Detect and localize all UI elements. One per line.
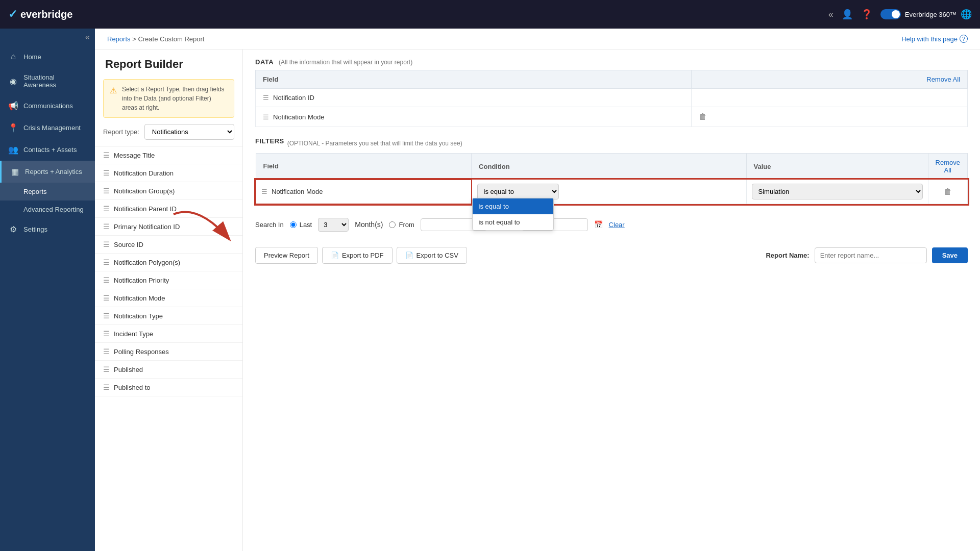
sidebar-item-reports-analytics[interactable]: ▦ Reports + Analytics [0, 161, 95, 183]
page-body: Report Builder ⚠ Select a Report Type, t… [95, 49, 980, 551]
field-label: Published to [114, 384, 151, 391]
table-row: ☰ Notification ID [256, 89, 968, 107]
sidebar-item-contacts-assets[interactable]: 👥 Contacts + Assets [0, 139, 95, 161]
field-label: Notification Mode [114, 294, 165, 302]
sidebar-item-situational-awareness[interactable]: ◉ Situational Awareness [0, 67, 95, 95]
last-radio-input[interactable] [290, 221, 297, 228]
back-arrows-icon[interactable]: « [828, 9, 834, 20]
field-item-source-id[interactable]: ☰ Source ID [95, 236, 242, 254]
sidebar-item-label-settings: Settings [23, 226, 47, 233]
data-remove-all-button[interactable]: Remove All [926, 76, 960, 83]
sidebar-item-label-communications: Communications [23, 102, 73, 110]
drag-handle-icon: ☰ [103, 205, 110, 213]
sidebar-item-label-home: Home [23, 53, 41, 61]
fields-list: ☰ Message Title ☰ Notification Duration … [95, 146, 242, 551]
filters-section-title: FILTERS [255, 137, 284, 145]
drag-handle-icon: ☰ [103, 312, 110, 320]
field-item-notification-parent-id[interactable]: ☰ Notification Parent ID [95, 200, 242, 218]
export-to-csv-button[interactable]: 📄 Export to CSV [397, 247, 467, 264]
value-select[interactable]: Simulation Live Test [752, 184, 923, 199]
field-item-notification-priority[interactable]: ☰ Notification Priority [95, 271, 242, 289]
report-name-input[interactable] [815, 247, 927, 263]
help-circle-icon[interactable]: ❓ [861, 9, 872, 20]
clear-link[interactable]: Clear [609, 221, 625, 229]
filters-table: Field Condition Value Remove All [255, 153, 968, 205]
drag-handle-icon: ☰ [103, 383, 110, 391]
drag-handle-icon: ☰ [263, 94, 269, 102]
drag-handle-icon: ☰ [103, 365, 110, 373]
field-item-primary-notification-id[interactable]: ☰ Primary Notification ID [95, 218, 242, 236]
data-section-title: DATA [255, 58, 274, 66]
drag-handle-icon: ☰ [103, 187, 110, 195]
sidebar-item-settings[interactable]: ⚙ Settings [0, 218, 95, 240]
crisis-management-icon: 📍 [8, 123, 18, 133]
field-label: Notification Priority [114, 277, 169, 284]
communications-icon: 📢 [8, 101, 18, 111]
from-radio-label: From [399, 221, 414, 229]
sidebar-subitem-advanced-reporting[interactable]: Advanced Reporting [0, 201, 95, 218]
sidebar-item-home[interactable]: ⌂ Home [0, 46, 95, 67]
everbridge-360-toggle[interactable] [880, 9, 901, 19]
field-label: Notification Duration [114, 169, 174, 177]
search-in-last-radio[interactable]: Last [290, 221, 312, 229]
top-bar: ✓ everbridge « 👤 ❓ Everbridge 360™ 🌐 [0, 0, 980, 29]
last-radio-label: Last [300, 221, 312, 229]
filter-field-notification-mode: Notification Mode [272, 188, 323, 195]
export-csv-label: Export to CSV [416, 252, 458, 259]
sidebar-item-crisis-management[interactable]: 📍 Crisis Management [0, 117, 95, 139]
sidebar-collapse-button[interactable]: « [0, 29, 95, 46]
drag-handle-icon: ☰ [103, 276, 110, 284]
field-item-published[interactable]: ☰ Published [95, 361, 242, 379]
report-name-label: Report Name: [766, 252, 809, 259]
filter-field-header: Field [256, 154, 472, 180]
drag-handle-icon: ☰ [263, 113, 269, 121]
last-number-select[interactable]: 3 1 6 12 [318, 218, 349, 232]
logo-icon: ✓ [8, 8, 17, 21]
export-to-pdf-button[interactable]: 📄 Export to PDF [322, 247, 393, 264]
report-type-select[interactable]: Notifications Incidents Contacts [144, 124, 234, 140]
condition-select[interactable]: is equal to is not equal to [477, 184, 559, 199]
sidebar: « ⌂ Home ◉ Situational Awareness 📢 Commu… [0, 29, 95, 551]
page-title: Report Builder [95, 49, 242, 79]
dropdown-item-is-not-equal-to[interactable]: is not equal to [473, 214, 553, 230]
data-field-notification-id: Notification ID [273, 94, 314, 102]
filter-value-header: Value [746, 154, 928, 180]
sidebar-subitem-reports[interactable]: Reports [0, 183, 95, 201]
save-button[interactable]: Save [932, 247, 968, 263]
filters-remove-all-button[interactable]: Remove All [936, 159, 960, 174]
top-bar-left: ✓ everbridge [8, 8, 72, 21]
field-item-published-to[interactable]: ☰ Published to [95, 379, 242, 396]
condition-dropdown: is equal to is not equal to [472, 198, 554, 231]
sidebar-item-communications[interactable]: 📢 Communications [0, 95, 95, 117]
field-item-incident-type[interactable]: ☰ Incident Type [95, 325, 242, 343]
search-in-label: Search In [255, 221, 284, 229]
search-in-row: Search In Last 3 1 6 12 Month [255, 213, 968, 237]
drag-handle-icon: ☰ [103, 169, 110, 177]
search-in-from-radio[interactable]: From [389, 221, 414, 229]
delete-notification-mode-data-icon[interactable]: 🗑 [699, 112, 707, 121]
help-link[interactable]: Help with this page ? [901, 35, 968, 43]
sidebar-item-label-crisis: Crisis Management [23, 124, 81, 132]
delete-filter-row-icon[interactable]: 🗑 [944, 187, 952, 196]
drag-handle-icon: ☰ [103, 294, 110, 302]
field-item-notification-type[interactable]: ☰ Notification Type [95, 307, 242, 325]
field-item-notification-polygon[interactable]: ☰ Notification Polygon(s) [95, 254, 242, 271]
report-type-label: Report type: [103, 128, 139, 136]
month-unit-label: Month(s) [355, 220, 383, 229]
field-item-notification-groups[interactable]: ☰ Notification Group(s) [95, 182, 242, 200]
field-label: Polling Responses [114, 348, 169, 356]
from-radio-input[interactable] [389, 221, 396, 228]
breadcrumb-reports-link[interactable]: Reports [107, 35, 131, 43]
field-item-notification-duration[interactable]: ☰ Notification Duration [95, 164, 242, 182]
calendar-to-icon[interactable]: 📅 [594, 220, 603, 229]
field-item-message-title[interactable]: ☰ Message Title [95, 146, 242, 164]
info-text: Select a Report Type, then drag fields i… [122, 85, 228, 112]
dropdown-item-is-equal-to[interactable]: is equal to [473, 198, 553, 214]
field-item-polling-responses[interactable]: ☰ Polling Responses [95, 343, 242, 361]
field-label: Notification Polygon(s) [114, 259, 180, 266]
field-item-notification-mode[interactable]: ☰ Notification Mode [95, 289, 242, 307]
reports-analytics-icon: ▦ [10, 167, 20, 177]
user-icon[interactable]: 👤 [842, 9, 853, 20]
preview-report-button[interactable]: Preview Report [255, 247, 318, 264]
drag-handle-icon: ☰ [103, 222, 110, 231]
